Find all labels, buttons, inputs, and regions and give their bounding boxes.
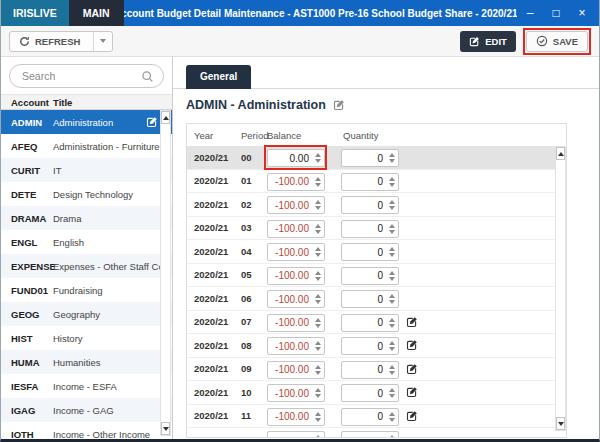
account-list-item[interactable]: ENGL English [1,230,172,254]
account-list-item[interactable]: AFEQ Administration - Furniture [1,134,172,158]
spinner-down-icon[interactable] [389,230,395,234]
table-row[interactable]: 2020/21 01 [187,170,566,194]
balance-spinner[interactable] [312,221,324,237]
edit-icon[interactable] [406,316,418,328]
quantity-spinner[interactable] [386,150,398,166]
save-button[interactable]: SAVE [526,31,588,52]
account-list-item[interactable]: DRAMA Drama [1,206,172,230]
spinner-up-icon[interactable] [389,341,395,345]
spinner-up-icon[interactable] [315,412,321,416]
spinner-down-icon[interactable] [389,206,395,210]
maximize-button[interactable]: □ [543,0,569,26]
edit-icon[interactable] [146,116,158,128]
spinner-up-icon[interactable] [315,247,321,251]
spinner-up-icon[interactable] [389,365,395,369]
spinner-down-icon[interactable] [389,347,395,351]
heading-edit-icon[interactable] [333,99,345,111]
spinner-up-icon[interactable] [389,318,395,322]
balance-input[interactable] [268,268,312,283]
balance-input[interactable] [268,433,312,439]
scroll-up-icon[interactable] [161,111,170,124]
spinner-down-icon[interactable] [315,277,321,281]
quantity-input[interactable] [342,174,386,189]
spinner-down-icon[interactable] [315,300,321,304]
sidebar-scrollbar[interactable] [160,110,171,436]
scroll-down-icon[interactable] [161,422,170,435]
spinner-down-icon[interactable] [389,324,395,328]
spinner-up-icon[interactable] [315,177,321,181]
account-list-item[interactable]: IESFA Income - ESFA [1,374,172,398]
balance-spinner[interactable] [312,432,324,438]
quantity-input[interactable] [342,268,386,283]
spinner-down-icon[interactable] [389,394,395,398]
quantity-input[interactable] [342,386,386,401]
balance-spinner[interactable] [312,362,324,378]
quantity-input[interactable] [342,362,386,377]
spinner-up-icon[interactable] [389,388,395,392]
spinner-down-icon[interactable] [315,394,321,398]
table-row[interactable] [187,428,566,438]
spinner-up-icon[interactable] [389,412,395,416]
balance-spinner[interactable] [312,409,324,425]
spinner-up-icon[interactable] [315,365,321,369]
spinner-up-icon[interactable] [389,200,395,204]
balance-input[interactable] [268,292,312,307]
edit-button[interactable]: EDIT [460,31,516,52]
spinner-up-icon[interactable] [315,200,321,204]
spinner-down-icon[interactable] [389,253,395,257]
account-list-item[interactable]: CURIT IT [1,158,172,182]
scroll-down-icon[interactable] [556,417,565,430]
quantity-input[interactable] [342,315,386,330]
table-row[interactable]: 2020/21 00 [187,146,566,170]
spinner-down-icon[interactable] [315,230,321,234]
table-row[interactable]: 2020/21 08 [187,334,566,358]
balance-input[interactable] [268,198,312,213]
refresh-dropdown[interactable] [93,32,112,51]
table-row[interactable]: 2020/21 09 [187,358,566,382]
tab-general[interactable]: General [186,65,251,89]
quantity-spinner[interactable] [386,244,398,260]
spinner-up-icon[interactable] [389,435,395,438]
spinner-down-icon[interactable] [389,371,395,375]
balance-spinner[interactable] [312,315,324,331]
edit-icon[interactable] [406,339,418,351]
balance-spinner[interactable] [312,197,324,213]
spinner-up-icon[interactable] [389,224,395,228]
main-tab[interactable]: MAIN [69,0,124,26]
quantity-input[interactable] [342,198,386,213]
spinner-down-icon[interactable] [389,418,395,422]
quantity-spinner[interactable] [386,197,398,213]
balance-spinner[interactable] [312,150,324,166]
spinner-down-icon[interactable] [315,253,321,257]
spinner-up-icon[interactable] [315,318,321,322]
balance-input[interactable] [268,245,312,260]
spinner-down-icon[interactable] [315,347,321,351]
balance-input[interactable] [268,409,312,424]
balance-input[interactable] [268,386,312,401]
edit-icon[interactable] [406,410,418,422]
balance-spinner[interactable] [312,244,324,260]
minimize-button[interactable]: – [517,0,543,26]
spinner-down-icon[interactable] [315,159,321,163]
refresh-button[interactable]: REFRESH [9,31,113,52]
spinner-up-icon[interactable] [315,341,321,345]
quantity-input[interactable] [342,292,386,307]
account-list-item[interactable]: DETE Design Technology [1,182,172,206]
spinner-down-icon[interactable] [315,206,321,210]
table-row[interactable]: 2020/21 07 [187,311,566,335]
balance-input[interactable] [268,315,312,330]
spinner-up-icon[interactable] [389,294,395,298]
balance-spinner[interactable] [312,385,324,401]
table-row[interactable]: 2020/21 06 [187,287,566,311]
quantity-spinner[interactable] [386,221,398,237]
table-row[interactable]: 2020/21 02 [187,193,566,217]
spinner-up-icon[interactable] [389,153,395,157]
spinner-up-icon[interactable] [315,388,321,392]
quantity-spinner[interactable] [386,268,398,284]
balance-input[interactable] [268,174,312,189]
spinner-up-icon[interactable] [315,153,321,157]
spinner-up-icon[interactable] [315,435,321,438]
edit-icon[interactable] [406,363,418,375]
account-list-item[interactable]: HIST History [1,326,172,350]
spinner-up-icon[interactable] [315,271,321,275]
